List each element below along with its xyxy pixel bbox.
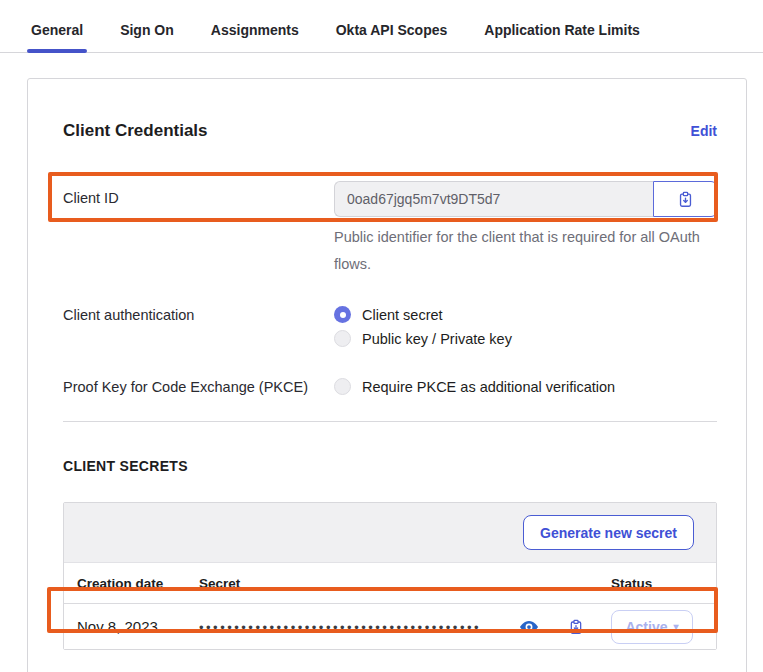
secret-creation-date: Nov 8, 2023 — [77, 618, 199, 635]
client-secrets-title: CLIENT SECRETS — [63, 458, 717, 474]
header-secret: Secret — [199, 576, 611, 591]
radio-public-private-key[interactable]: Public key / Private key — [334, 330, 717, 347]
pkce-row: Proof Key for Code Exchange (PKCE) Requi… — [63, 378, 717, 395]
pkce-label: Proof Key for Code Exchange (PKCE) — [63, 378, 334, 395]
edit-link[interactable]: Edit — [691, 123, 717, 139]
status-value: Active — [625, 619, 667, 635]
client-authentication-row: Client authentication Client secret Publ… — [63, 306, 717, 354]
clipboard-copy-icon — [677, 191, 694, 208]
reveal-secret-button[interactable] — [520, 620, 538, 634]
secret-table-row: Nov 8, 2023 ••••••••••••••••••••••••••••… — [64, 604, 716, 649]
general-settings-card: Client Credentials Edit Client ID — [27, 78, 747, 672]
pkce-checkbox-item[interactable]: Require PKCE as additional verification — [334, 378, 717, 395]
client-secrets-widget: Generate new secret Creation date Secret… — [63, 502, 717, 650]
radio-public-private-key-label: Public key / Private key — [362, 331, 512, 347]
client-credentials-header: Client Credentials Edit — [63, 121, 717, 141]
pkce-option-label: Require PKCE as additional verification — [362, 379, 615, 395]
client-authentication-label: Client authentication — [63, 306, 334, 323]
secret-cell: •••••••••••••••••••••••••••••••••••••••• — [199, 618, 611, 635]
tab-general[interactable]: General — [27, 22, 87, 52]
clipboard-copy-icon — [568, 619, 584, 635]
header-status: Status — [611, 576, 716, 591]
chevron-down-icon: ▾ — [674, 621, 679, 632]
client-id-input[interactable] — [334, 181, 653, 217]
client-id-control: Public identifier for the client that is… — [334, 181, 717, 278]
status-cell: Active ▾ — [611, 610, 716, 644]
client-credentials-title: Client Credentials — [63, 121, 208, 141]
radio-client-secret[interactable]: Client secret — [334, 306, 717, 323]
generate-new-secret-button[interactable]: Generate new secret — [523, 515, 694, 550]
client-id-row: Client ID Public identifier for the clie — [63, 181, 717, 278]
client-id-help-text: Public identifier for the client that is… — [334, 224, 716, 278]
tab-okta-api-scopes[interactable]: Okta API Scopes — [332, 22, 452, 52]
status-dropdown-button[interactable]: Active ▾ — [611, 610, 693, 644]
radio-selected-icon[interactable] — [334, 306, 351, 323]
header-creation-date: Creation date — [77, 576, 199, 591]
pkce-control: Require PKCE as additional verification — [334, 378, 717, 395]
masked-secret-value: •••••••••••••••••••••••••••••••••••••••• — [199, 618, 520, 635]
client-id-label: Client ID — [63, 181, 334, 206]
client-secrets-toolbar: Generate new secret — [64, 503, 716, 563]
client-authentication-options: Client secret Public key / Private key — [334, 306, 717, 354]
tab-assignments[interactable]: Assignments — [207, 22, 303, 52]
app-tab-bar: General Sign On Assignments Okta API Sco… — [0, 0, 763, 53]
section-divider — [63, 421, 717, 422]
checkbox-unchecked-icon[interactable] — [334, 378, 351, 395]
client-id-input-group — [334, 181, 717, 217]
copy-client-id-button[interactable] — [653, 181, 717, 217]
secrets-table-header: Creation date Secret Status — [64, 563, 716, 604]
eye-icon — [520, 620, 538, 634]
radio-client-secret-label: Client secret — [362, 307, 443, 323]
radio-unselected-icon[interactable] — [334, 330, 351, 347]
copy-secret-button[interactable] — [568, 619, 584, 635]
tab-application-rate-limits[interactable]: Application Rate Limits — [480, 22, 644, 52]
tab-sign-on[interactable]: Sign On — [116, 22, 178, 52]
